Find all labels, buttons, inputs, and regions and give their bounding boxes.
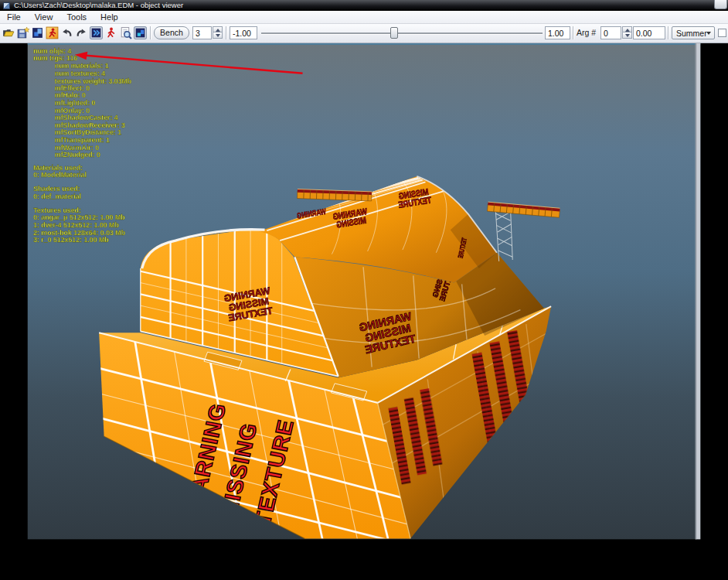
toolbar: Bench Arg # Summer bbox=[0, 24, 728, 43]
svg-text:mfShadowCaster: 4: mfShadowCaster: 4 bbox=[55, 114, 118, 121]
spinner-down-icon[interactable] bbox=[622, 32, 632, 39]
window-title: C:\Users\Zach\Desktop\malaka.EDM - objec… bbox=[14, 0, 183, 11]
svg-text:num textures: 4: num textures: 4 bbox=[55, 70, 105, 77]
toolbar-separator bbox=[226, 26, 226, 39]
speed-field[interactable] bbox=[230, 26, 257, 39]
title-bar[interactable]: C:\Users\Zach\Desktop\malaka.EDM - objec… bbox=[0, 0, 728, 11]
spinner-up-icon[interactable] bbox=[622, 26, 632, 32]
fast-forward-icon[interactable] bbox=[90, 26, 103, 39]
spinner-up-icon[interactable] bbox=[213, 26, 223, 32]
spinner-down-icon[interactable] bbox=[213, 32, 223, 39]
viewport-top-edge bbox=[28, 43, 701, 45]
zoom-page-icon[interactable] bbox=[119, 26, 132, 39]
undo-icon[interactable] bbox=[60, 26, 73, 39]
svg-text:mfHalo: 0: mfHalo: 0 bbox=[55, 91, 86, 99]
svg-text:0: ModelMaterial: 0: ModelMaterial bbox=[33, 171, 87, 179]
bench-button[interactable]: Bench bbox=[154, 26, 189, 39]
slider-track[interactable] bbox=[261, 32, 543, 35]
slider-handle[interactable] bbox=[390, 27, 398, 39]
toolbar-checkbox[interactable] bbox=[718, 29, 726, 37]
animation-slider[interactable] bbox=[261, 26, 543, 39]
svg-text:0: def_material: 0: def_material bbox=[33, 193, 81, 200]
svg-text:3: r_0 512x512: 1.00 Mb: 3: r_0 512x512: 1.00 Mb bbox=[33, 236, 108, 244]
menu-file[interactable]: File bbox=[0, 11, 28, 23]
svg-text:mfZNudged: 0: mfZNudged: 0 bbox=[55, 151, 100, 159]
toolbar-separator bbox=[573, 26, 573, 39]
toolbar-separator bbox=[668, 26, 668, 39]
bench-count-field[interactable] bbox=[192, 26, 212, 39]
animate-icon[interactable] bbox=[104, 26, 117, 39]
window-controls-partial[interactable] bbox=[714, 0, 727, 9]
svg-text:0: angar_p 512x512: 1.00 Mb: 0: angar_p 512x512: 1.00 Mb bbox=[33, 213, 124, 221]
open-folder-icon[interactable] bbox=[2, 26, 15, 39]
season-value: Summer bbox=[676, 29, 707, 38]
menu-bar: File View Tools Help bbox=[0, 11, 728, 24]
save-as-icon[interactable] bbox=[16, 26, 29, 39]
arg-number-field[interactable] bbox=[600, 26, 621, 39]
menu-help[interactable]: Help bbox=[94, 11, 125, 23]
redo-icon[interactable] bbox=[75, 26, 88, 39]
season-select[interactable]: Summer bbox=[672, 26, 715, 39]
run-model-icon[interactable] bbox=[46, 26, 59, 39]
arg-label: Arg # bbox=[577, 28, 596, 37]
texture-info-icon[interactable] bbox=[134, 26, 147, 39]
viewport-3d[interactable]: WARNING MISSING TEXTURE bbox=[0, 43, 728, 580]
arg-value-field[interactable] bbox=[633, 26, 665, 39]
chevron-down-icon bbox=[706, 32, 711, 35]
bench-count-spinner bbox=[213, 26, 223, 39]
svg-text:mfTransparent: 1: mfTransparent: 1 bbox=[55, 136, 110, 144]
slider-value-field[interactable] bbox=[545, 26, 570, 39]
window-right-border-line bbox=[696, 43, 696, 539]
menu-tools[interactable]: Tools bbox=[60, 11, 94, 23]
toolbar-separator bbox=[150, 26, 151, 39]
svg-text:num trgs: 116: num trgs: 116 bbox=[33, 54, 77, 62]
arg-spinner bbox=[622, 26, 632, 39]
copy-model-icon[interactable] bbox=[31, 26, 44, 39]
menu-view[interactable]: View bbox=[28, 11, 60, 23]
object-viewer-window: C:\Users\Zach\Desktop\malaka.EDM - objec… bbox=[0, 0, 728, 580]
app-icon bbox=[3, 2, 10, 9]
